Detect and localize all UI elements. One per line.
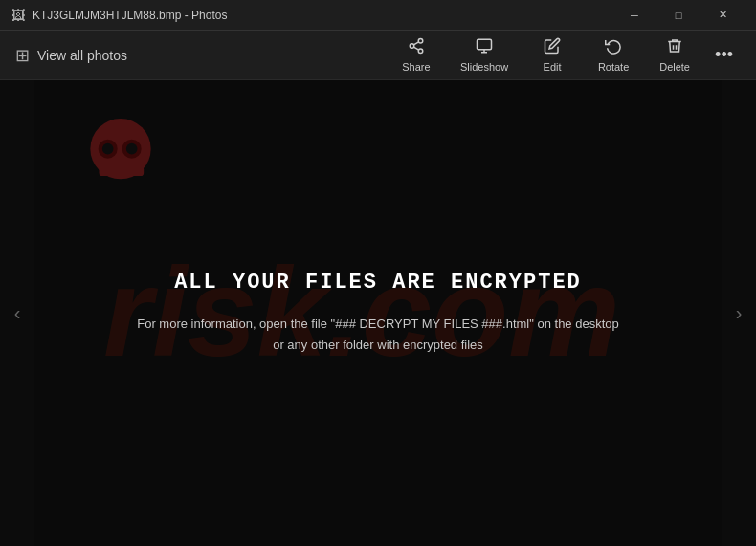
share-button[interactable]: Share [388, 32, 445, 78]
main-area: ‹ risk.com [0, 80, 756, 546]
svg-point-10 [126, 143, 138, 155]
svg-point-1 [410, 44, 414, 49]
slideshow-label: Slideshow [460, 61, 508, 73]
delete-icon [666, 37, 683, 58]
photos-icon: ⊞ [15, 45, 30, 66]
close-button[interactable]: ✕ [700, 0, 745, 31]
slideshow-button[interactable]: Slideshow [449, 32, 520, 78]
view-all-label: View all photos [37, 48, 127, 63]
edit-label: Edit [544, 61, 562, 73]
encryption-title: ALL YOUR FILES ARE ENCRYPTED [174, 271, 582, 295]
delete-label: Delete [659, 61, 690, 73]
left-arrow-icon: ‹ [14, 302, 21, 324]
svg-line-3 [413, 47, 418, 50]
share-label: Share [402, 61, 430, 73]
encrypt-desc-line2: or any other folder with encrypted files [273, 338, 483, 352]
slideshow-icon [476, 37, 493, 58]
more-options-button[interactable]: ••• [707, 39, 741, 71]
view-all-photos-button[interactable]: ⊞ View all photos [15, 45, 127, 66]
toolbar-actions: Share Slideshow Edit [388, 32, 741, 78]
minimize-button[interactable]: ─ [612, 0, 656, 31]
next-image-button[interactable]: › [722, 80, 756, 546]
edit-icon [544, 37, 561, 58]
svg-point-0 [418, 39, 423, 44]
svg-rect-5 [478, 39, 492, 50]
encryption-notice: ALL YOUR FILES ARE ENCRYPTED For more in… [118, 251, 637, 375]
delete-button[interactable]: Delete [646, 32, 703, 78]
app-icon: 🖼 [11, 8, 25, 23]
rotate-button[interactable]: Rotate [585, 32, 642, 78]
svg-point-9 [102, 143, 114, 155]
previous-image-button[interactable]: ‹ [0, 80, 34, 546]
svg-line-4 [413, 42, 418, 45]
rotate-label: Rotate [598, 61, 629, 73]
encrypt-desc-line1: For more information, open the file "###… [137, 317, 618, 331]
toolbar: ⊞ View all photos Share Slideshow [0, 31, 756, 80]
ransomware-image: risk.com ALL YOUR FILES ARE ENCRYPTED Fo… [34, 80, 722, 546]
title-bar-left: 🖼 KTJ3GLMJM3HTJLM88.bmp - Photos [11, 8, 227, 23]
maximize-button[interactable]: □ [656, 0, 700, 31]
skull-icon [73, 109, 168, 208]
share-icon [408, 37, 425, 58]
svg-rect-13 [100, 166, 145, 176]
rotate-icon [605, 37, 622, 58]
encryption-description: For more information, open the file "###… [137, 314, 618, 356]
edit-button[interactable]: Edit [523, 32, 581, 78]
title-bar: 🖼 KTJ3GLMJM3HTJLM88.bmp - Photos ─ □ ✕ [0, 0, 756, 31]
svg-point-2 [418, 49, 423, 54]
title-bar-controls: ─ □ ✕ [612, 0, 745, 31]
window-title: KTJ3GLMJM3HTJLM88.bmp - Photos [33, 9, 227, 22]
image-container: risk.com ALL YOUR FILES ARE ENCRYPTED Fo… [34, 80, 722, 546]
right-arrow-icon: › [736, 302, 743, 324]
